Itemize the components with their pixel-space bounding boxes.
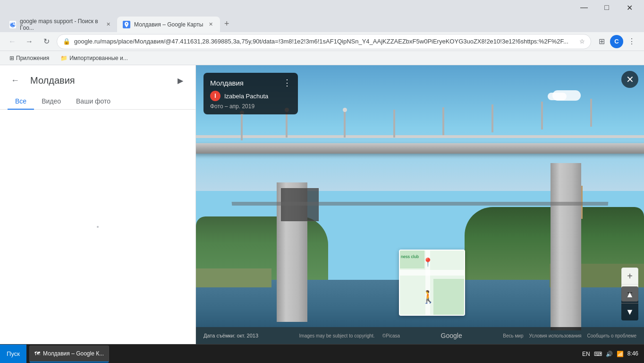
lamp-post-4 — [393, 110, 395, 138]
lamp-post-3 — [344, 110, 346, 138]
browser-window: — □ ✕ google maps support - Поиск в Гoo.… — [0, 0, 644, 344]
world-link[interactable]: Весь мир — [503, 333, 523, 338]
tab-video[interactable]: Видео — [34, 94, 68, 110]
apps-icon: ⊞ — [9, 55, 14, 61]
bottom-center: Images may be subject to copyright. ©Pic… — [299, 333, 400, 338]
taskbar-time: 8:46 — [627, 350, 638, 358]
panel-header: ← Молдавия ▶ — [0, 65, 195, 88]
streetview-close-button[interactable]: ✕ — [621, 71, 638, 88]
tab1-close[interactable]: ✕ — [105, 21, 111, 28]
lamp-post-5 — [442, 107, 444, 135]
bottom-links: Весь мир Условия использования Сообщить … — [503, 333, 636, 338]
thumbnail-pegman-icon: 🚶 — [421, 290, 436, 304]
new-tab-button[interactable]: + — [220, 17, 233, 30]
title-bar: — □ ✕ — [0, 0, 644, 15]
taskbar: Пуск 🗺 Молдавия – Google К... EN ⌨ 🔊 📶 8… — [0, 344, 644, 363]
photos-panel: ← Молдавия ▶ Все Видео Ваши фото — [0, 65, 196, 344]
map-thumbnail[interactable]: ness club 📍 🚶 — [399, 250, 465, 316]
tab-myphoto[interactable]: Ваши фото — [68, 94, 118, 110]
lamp-post-6 — [491, 104, 493, 132]
tab-2[interactable]: Молдавия – Google Карты ✕ — [117, 17, 220, 32]
tab-bar: google maps support - Поиск в Гoo... ✕ М… — [0, 15, 644, 32]
panel-collapse-button[interactable]: ▶ — [173, 73, 188, 88]
toolbar-right: ⊞ C ⋮ — [595, 35, 638, 48]
forward-button[interactable]: → — [23, 35, 36, 48]
picasa-label: ©Picasa — [382, 333, 400, 338]
cloud2 — [548, 93, 567, 100]
cloud-group — [548, 90, 590, 102]
tab-1[interactable]: google maps support - Поиск в Гoo... ✕ — [4, 17, 117, 32]
lock-icon: 🔒 — [63, 38, 70, 45]
network-icon: 📶 — [617, 351, 624, 357]
copyright-text: Images may be subject to copyright. — [299, 333, 375, 338]
lamp-post-7 — [541, 102, 543, 130]
bridge-pillar-right — [551, 163, 581, 330]
tab1-label: google maps support - Поиск в Гoo... — [20, 18, 101, 31]
empty-indicator — [97, 226, 99, 228]
thumbnail-pin-icon: 📍 — [423, 257, 433, 268]
imported-label: Импортированные и... — [69, 55, 128, 61]
start-button[interactable]: Пуск — [0, 345, 26, 363]
riverbank-left — [196, 268, 271, 287]
panel-content — [0, 110, 195, 344]
menu-button[interactable]: ⋮ — [625, 35, 638, 48]
lamp-post-1 — [241, 112, 243, 140]
google-watermark: Google — [441, 332, 462, 339]
thumbnail-label: ness club — [401, 254, 419, 259]
maximize-button[interactable]: □ — [596, 0, 618, 15]
minimize-button[interactable]: — — [573, 0, 595, 15]
photo-menu-icon[interactable]: ⋮ — [283, 78, 291, 88]
photo-date: Фото – апр. 2019 — [210, 103, 291, 110]
window-controls: — □ ✕ — [573, 0, 640, 15]
panel-back-button[interactable]: ← — [8, 73, 23, 88]
extensions-button[interactable]: ⊞ — [595, 35, 608, 48]
picasa-text: Picasa — [386, 333, 400, 338]
report-link[interactable]: Сообщить о проблеме — [587, 333, 636, 338]
back-button[interactable]: ← — [6, 35, 19, 48]
bookmarks-bar: ⊞ Приложения 📁 Импортированные и... — [0, 51, 644, 65]
bridge-support-beam — [232, 202, 609, 206]
zoom-in-button[interactable]: + — [621, 268, 638, 285]
user-name: Izabela Pachuta — [224, 93, 268, 100]
panel-tabs: Все Видео Ваши фото — [0, 88, 195, 110]
nav-down-button[interactable]: ▼ — [621, 303, 638, 320]
photo-title: Молдавия — [210, 79, 244, 87]
apps-bookmark[interactable]: ⊞ Приложения — [6, 54, 53, 62]
nav-up-button[interactable]: ▲ — [621, 286, 638, 303]
tab1-favicon — [9, 21, 16, 28]
main-content: ← Молдавия ▶ Все Видео Ваши фото — [0, 65, 644, 344]
taskbar-maps-item[interactable]: 🗺 Молдавия – Google К... — [29, 346, 109, 363]
panel-title: Молдавия — [30, 75, 75, 86]
clock-time: 8:46 — [627, 350, 638, 358]
terms-link[interactable]: Условия использования — [529, 333, 582, 338]
photo-user: I Izabela Pachuta — [210, 91, 291, 101]
url-text: google.ru/maps/place/Молдавия/@47.411631… — [74, 38, 576, 45]
tab-all[interactable]: Все — [8, 94, 34, 110]
tab2-favicon — [123, 21, 130, 28]
speaker-icon: 🔊 — [606, 351, 613, 357]
photo-info-overlay: Молдавия ⋮ I Izabela Pachuta Фото – апр.… — [203, 73, 298, 114]
keyboard-icon: ⌨ — [594, 351, 602, 357]
road-h — [400, 270, 464, 276]
profile-button[interactable]: C — [610, 35, 623, 48]
streetview-nav: ▲ ▼ — [621, 286, 638, 320]
tab2-label: Молдавия – Google Карты — [134, 21, 203, 28]
bridge-railing — [196, 135, 644, 138]
address-bar: ← → ↻ 🔒 google.ru/maps/place/Молдавия/@4… — [0, 32, 644, 51]
apps-label: Приложения — [16, 55, 49, 61]
thumbnail-inner: ness club 📍 🚶 — [400, 251, 464, 315]
tab2-close[interactable]: ✕ — [207, 21, 214, 28]
reload-button[interactable]: ↻ — [40, 35, 53, 48]
taskbar-maps-label: Молдавия – Google К... — [43, 350, 104, 357]
browser-close-button[interactable]: ✕ — [619, 0, 640, 15]
block2 — [433, 279, 464, 315]
taskbar-items: 🗺 Молдавия – Google К... — [26, 346, 576, 363]
streetview-panel: Молдавия ⋮ I Izabela Pachuta Фото – апр.… — [196, 65, 644, 344]
taskbar-right: EN ⌨ 🔊 📶 8:46 — [576, 350, 644, 358]
streetview-bottom-bar: Дата съёмки: окт. 2013 Images may be sub… — [196, 327, 644, 344]
url-bar[interactable]: 🔒 google.ru/maps/place/Молдавия/@47.4116… — [57, 34, 591, 49]
folder-icon: 📁 — [60, 55, 68, 61]
imported-bookmark[interactable]: 📁 Импортированные и... — [57, 54, 132, 62]
photo-info-header: Молдавия ⋮ — [210, 78, 291, 88]
bookmark-star-icon[interactable]: ☆ — [579, 38, 585, 45]
